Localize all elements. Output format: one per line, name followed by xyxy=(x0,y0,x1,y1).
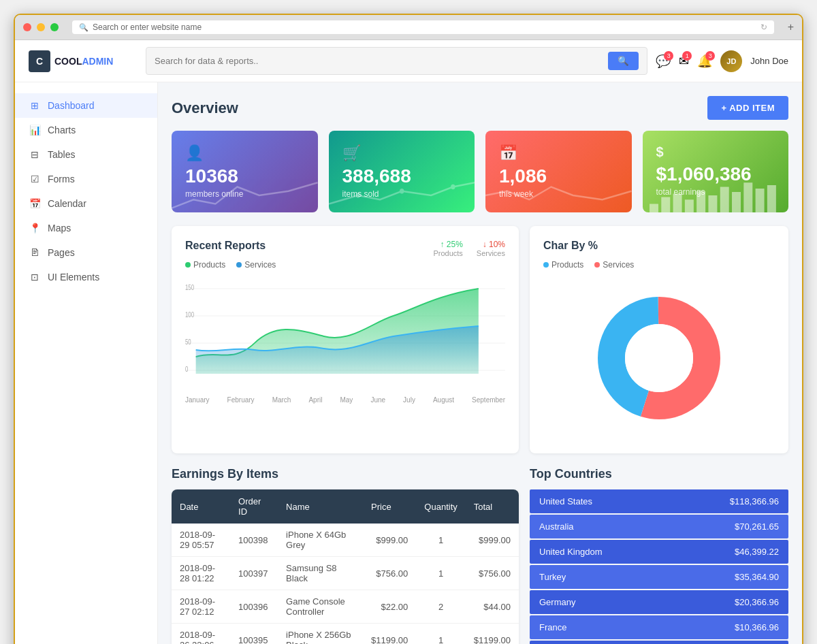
sidebar-item-tables[interactable]: ⊟ Tables xyxy=(15,142,157,167)
add-item-button[interactable]: + ADD ITEM xyxy=(707,96,788,120)
country-item: France$10,366.96 xyxy=(530,615,788,639)
country-item: United States$118,366.96 xyxy=(530,489,788,513)
logo-text: COOLADMIN xyxy=(54,56,113,67)
url-bar[interactable]: 🔍 Search or enter website name ↻ xyxy=(72,20,774,34)
table-row: 2018-09-29 05:57100398iPhone X 64Gb Grey… xyxy=(172,524,519,557)
char-products-dot xyxy=(543,262,549,268)
charts-icon: 📊 xyxy=(29,125,41,135)
table-row: 2018-09-26 23:06100395iPhone X 256Gb Bla… xyxy=(172,624,519,645)
svg-rect-3 xyxy=(650,204,658,213)
char-by-pct-card: Char By % Products Services xyxy=(530,226,788,453)
stats-grid: 👤 10368 members online 🛒 388,688 items s… xyxy=(172,131,788,212)
charts-row: Recent Reports Products Services ↑ 25% P… xyxy=(172,226,788,453)
recent-reports-card: Recent Reports Products Services ↑ 25% P… xyxy=(172,226,519,453)
products-legend-label: Products xyxy=(193,260,225,270)
sidebar-label-dashboard: Dashboard xyxy=(48,100,95,111)
main-content: ⊞ Dashboard 📊 Charts ⊟ Tables ☑ Forms 📅 xyxy=(15,82,802,644)
sidebar-item-ui-elements[interactable]: ⊡ UI Elements xyxy=(15,265,157,289)
stat-card-items: 🛒 388,688 items sold xyxy=(329,131,475,212)
search-bar[interactable]: 🔍 xyxy=(146,47,647,75)
maps-icon: 📍 xyxy=(29,223,41,234)
country-item: Germany$20,366.96 xyxy=(530,590,788,614)
pages-icon: 🖹 xyxy=(29,247,41,258)
stat-card-members: 👤 10368 members online xyxy=(172,131,318,212)
svg-point-24 xyxy=(625,324,693,392)
earnings-table: Date Order ID Name Price Quantity Total xyxy=(172,489,519,644)
country-item: United Kingdom$46,399.22 xyxy=(530,540,788,564)
table-row: 2018-09-28 01:22100397Samsung S8 Black$7… xyxy=(172,557,519,590)
report-stats-summary: ↑ 25% Products ↓ 10% Services xyxy=(433,240,505,257)
col-orderid: Order ID xyxy=(230,489,278,524)
sidebar-item-forms[interactable]: ☑ Forms xyxy=(15,167,157,191)
svg-rect-9 xyxy=(720,187,728,213)
svg-rect-11 xyxy=(743,182,752,212)
ui-elements-icon: ⊡ xyxy=(29,272,41,283)
top-countries-title: Top Countries xyxy=(530,467,788,481)
avatar[interactable]: JD xyxy=(720,50,742,72)
mail-icon-badge[interactable]: ✉ 1 xyxy=(679,54,689,69)
svg-text:0: 0 xyxy=(185,366,188,373)
topbar: C COOLADMIN 🔍 💬 3 ✉ 1 🔔 xyxy=(15,40,802,82)
stat-card-week: 📅 1,086 this week xyxy=(485,131,632,212)
sidebar-label-maps: Maps xyxy=(48,223,71,234)
search-button[interactable]: 🔍 xyxy=(608,52,639,70)
svg-rect-5 xyxy=(673,194,682,213)
svg-rect-10 xyxy=(732,192,741,212)
report-header: Recent Reports Products Services ↑ 25% P… xyxy=(185,240,505,270)
week-icon: 📅 xyxy=(499,144,618,162)
col-quantity: Quantity xyxy=(416,489,465,524)
table-row: 2018-09-27 02:12100396Game Console Contr… xyxy=(172,590,519,624)
services-legend-label: Services xyxy=(244,260,276,270)
svg-rect-12 xyxy=(755,189,764,212)
stat-card-earnings: $ $1,060,386 total earnings xyxy=(643,131,789,212)
earnings-card: Date Order ID Name Price Quantity Total xyxy=(172,489,519,644)
user-name: John Doe xyxy=(750,56,788,66)
svg-rect-6 xyxy=(684,199,693,212)
mail-badge: 1 xyxy=(682,51,692,61)
svg-point-1 xyxy=(400,189,404,194)
top-countries-section: Top Countries United States$118,366.96Au… xyxy=(530,467,788,644)
search-input[interactable] xyxy=(155,56,603,66)
products-pct: ↑ 25% Products xyxy=(433,240,462,257)
members-icon: 👤 xyxy=(185,144,304,162)
svg-rect-7 xyxy=(696,191,705,212)
page-header: Overview + ADD ITEM xyxy=(172,96,788,120)
sidebar-item-maps[interactable]: 📍 Maps xyxy=(15,216,157,240)
earnings-title: Earnings By Items xyxy=(172,467,519,481)
sidebar-item-calendar[interactable]: 📅 Calendar xyxy=(15,191,157,216)
sidebar-item-pages[interactable]: 🖹 Pages xyxy=(15,240,157,265)
col-name: Name xyxy=(278,489,363,524)
minimize-btn[interactable] xyxy=(37,23,45,31)
svg-text:150: 150 xyxy=(185,284,194,291)
sidebar-item-charts[interactable]: 📊 Charts xyxy=(15,118,157,142)
svg-text:100: 100 xyxy=(185,311,194,319)
svg-point-0 xyxy=(355,193,359,198)
bell-icon-badge[interactable]: 🔔 3 xyxy=(697,54,712,69)
col-total: Total xyxy=(466,489,519,524)
chat-icon-badge[interactable]: 💬 3 xyxy=(656,54,671,69)
svg-point-2 xyxy=(451,184,455,190)
products-dot xyxy=(185,262,191,268)
earnings-section: Earnings By Items Date Order ID Name Pri… xyxy=(172,467,519,644)
svg-rect-8 xyxy=(708,195,717,212)
col-price: Price xyxy=(363,489,416,524)
donut-chart xyxy=(591,290,727,426)
bell-badge: 3 xyxy=(705,51,715,61)
maximize-btn[interactable] xyxy=(50,23,59,31)
bottom-row: Earnings By Items Date Order ID Name Pri… xyxy=(172,467,788,644)
sidebar-label-forms: Forms xyxy=(48,174,75,184)
svg-rect-13 xyxy=(767,185,775,212)
svg-text:50: 50 xyxy=(185,338,191,346)
sidebar-item-dashboard[interactable]: ⊞ Dashboard xyxy=(15,93,157,118)
sidebar-label-ui-elements: UI Elements xyxy=(48,272,99,283)
calendar-icon: 📅 xyxy=(29,198,41,209)
close-btn[interactable] xyxy=(23,23,31,31)
earnings-icon: $ xyxy=(656,144,775,160)
area-chart: 150 100 50 0 xyxy=(185,275,505,391)
new-tab-btn[interactable]: + xyxy=(788,21,794,33)
services-pct: ↓ 10% Services xyxy=(477,240,505,257)
char-title: Char By % xyxy=(543,240,775,252)
sidebar: ⊞ Dashboard 📊 Charts ⊟ Tables ☑ Forms 📅 xyxy=(15,82,158,644)
report-legend: Products Services xyxy=(185,260,276,270)
country-item: Turkey$35,364.90 xyxy=(530,565,788,589)
